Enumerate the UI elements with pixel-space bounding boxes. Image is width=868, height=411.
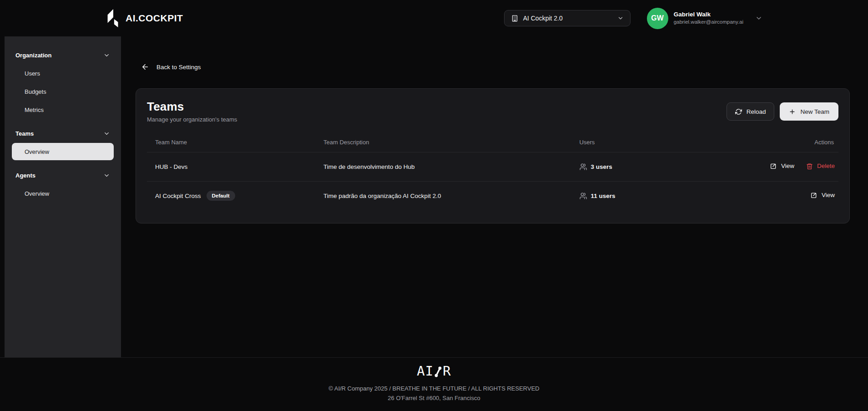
user-email: gabriel.walker@aircompany.ai xyxy=(674,19,743,26)
footer-address: 26 O'Farrel St #600, San Francisco xyxy=(388,395,480,401)
table-row: AI Cockpit Cross Default Time padrão da … xyxy=(147,181,838,210)
view-label: View xyxy=(781,162,794,169)
sidebar-item-budgets[interactable]: Budgets xyxy=(12,83,114,100)
team-table-body: HUB - Devs Time de desenvolvimento do Hu… xyxy=(147,152,838,210)
column-header-users: Users xyxy=(575,133,714,152)
teams-card: Teams Manage your organization's teams R… xyxy=(136,88,850,223)
chevron-down-icon xyxy=(103,52,110,59)
table-row: HUB - Devs Time de desenvolvimento do Hu… xyxy=(147,152,838,181)
app-title: AI.COCKPIT xyxy=(126,13,183,24)
sidebar: Organization UsersBudgetsMetrics Teams O… xyxy=(5,36,121,357)
sidebar-item-users[interactable]: Users xyxy=(12,65,114,82)
slash-node-icon xyxy=(434,365,442,378)
org-selector-dropdown[interactable]: AI Cockpit 2.0 xyxy=(504,10,631,26)
delete-button[interactable]: Delete xyxy=(806,162,835,170)
card-subtitle: Manage your organization's teams xyxy=(147,116,237,123)
chevron-down-icon xyxy=(755,15,762,22)
new-team-button[interactable]: New Team xyxy=(780,102,838,121)
chevron-down-icon xyxy=(103,172,110,179)
users-icon xyxy=(579,163,587,171)
column-header-team-name: Team Name xyxy=(147,133,320,152)
view-button[interactable]: View xyxy=(810,192,835,199)
delete-label: Delete xyxy=(817,162,835,169)
app-logo: AI.COCKPIT xyxy=(106,9,183,27)
avatar: GW xyxy=(647,8,668,29)
trash-icon xyxy=(806,162,813,170)
team-users-count: 3 users xyxy=(590,163,612,170)
plus-icon xyxy=(789,108,796,115)
sidebar-item-metrics[interactable]: Metrics xyxy=(12,101,114,118)
org-selector-value: AI Cockpit 2.0 xyxy=(523,15,613,22)
sidebar-section: Organization UsersBudgetsMetrics xyxy=(12,46,114,118)
team-users-count: 11 users xyxy=(590,193,615,199)
view-button[interactable]: View xyxy=(770,162,794,170)
sidebar-section-header[interactable]: Teams xyxy=(12,125,114,142)
team-description: Time de desenvolvimento do Hub xyxy=(320,152,575,181)
reload-button[interactable]: Reload xyxy=(727,102,775,121)
edit-icon xyxy=(810,192,818,199)
refresh-icon xyxy=(735,108,742,115)
arrow-left-icon xyxy=(141,63,149,71)
users-icon xyxy=(579,192,587,200)
user-menu[interactable]: GW Gabriel Walk gabriel.walker@aircompan… xyxy=(647,8,762,29)
sidebar-section-label: Teams xyxy=(15,130,34,137)
footer-logo-right: R xyxy=(443,363,451,379)
sidebar-section: Agents Overview xyxy=(12,167,114,202)
back-to-settings-link[interactable]: Back to Settings xyxy=(141,63,201,71)
user-name: Gabriel Walk xyxy=(674,10,743,19)
teams-table: Team Name Team Description Users Actions… xyxy=(147,133,838,210)
new-team-label: New Team xyxy=(800,108,829,115)
reload-label: Reload xyxy=(747,108,766,115)
team-default-badge: Default xyxy=(207,191,235,201)
building-icon xyxy=(511,15,519,22)
footer-copyright: © AI/R Company 2025 / BREATHE IN THE FUT… xyxy=(328,385,540,392)
column-header-team-description: Team Description xyxy=(320,133,575,152)
footer-logo-left: AI xyxy=(417,363,434,379)
footer-logo: AI R xyxy=(417,363,451,379)
sidebar-section-label: Agents xyxy=(15,172,35,179)
back-link-label: Back to Settings xyxy=(156,64,201,71)
edit-icon xyxy=(770,162,777,170)
card-title: Teams xyxy=(147,100,237,114)
chevron-down-icon xyxy=(617,15,624,21)
chevron-down-icon xyxy=(103,130,110,137)
footer: AI R © AI/R Company 2025 / BREATHE IN TH… xyxy=(0,357,868,411)
sidebar-section: Teams Overview xyxy=(12,125,114,160)
view-label: View xyxy=(822,192,835,198)
team-description: Time padrão da organização AI Cockpit 2.… xyxy=(320,181,575,210)
sidebar-section-header[interactable]: Agents xyxy=(12,167,114,184)
avatar-initials: GW xyxy=(651,14,664,22)
team-name: AI Cockpit Cross xyxy=(155,193,201,199)
column-header-actions: Actions xyxy=(714,133,838,152)
sidebar-item-overview[interactable]: Overview xyxy=(12,185,114,202)
sidebar-section-label: Organization xyxy=(15,52,51,59)
sidebar-item-overview[interactable]: Overview xyxy=(12,143,114,160)
logo-shards-icon xyxy=(106,9,120,27)
top-header: AI.COCKPIT AI Cockpit 2.0 GW Gabriel Wal… xyxy=(0,0,868,36)
sidebar-section-header[interactable]: Organization xyxy=(12,46,114,64)
team-name: HUB - Devs xyxy=(155,163,187,170)
